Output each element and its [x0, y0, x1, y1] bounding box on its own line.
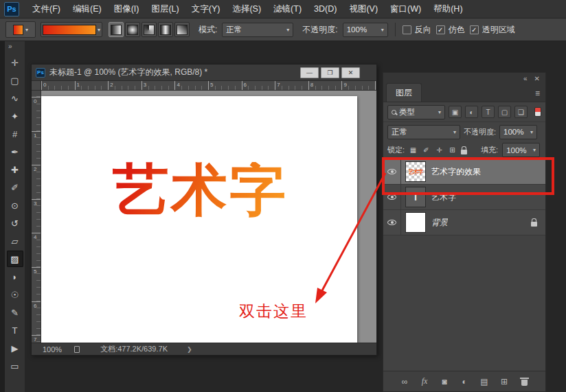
gradient-editor[interactable]: ▾	[41, 22, 102, 37]
layer-name: 艺术字的效果	[431, 166, 481, 178]
dodge-tool[interactable]: ☉	[7, 286, 23, 303]
gradient-tool[interactable]: ▨	[7, 251, 23, 267]
path-selection-tool[interactable]: ▶	[7, 340, 23, 356]
layer-thumbnail[interactable]	[405, 212, 426, 233]
new-layer-icon[interactable]: ⊞	[499, 377, 509, 387]
layer-row-1[interactable]: 艺术字艺术字的效果	[383, 159, 545, 185]
ruler-h-label: 6	[244, 82, 247, 88]
linear-gradient-button[interactable]	[109, 22, 124, 37]
history-brush-tool[interactable]: ↺	[7, 215, 23, 231]
adjustment-layer-icon[interactable]: ◐	[460, 377, 469, 387]
photoshop-app: Ps 文件(F)编辑(E)图像(I)图层(L)文字(Y)选择(S)滤镜(T)3D…	[0, 0, 566, 392]
vertical-ruler[interactable]: 01234567	[32, 91, 41, 343]
layer-style-icon[interactable]: fx	[420, 376, 429, 387]
lock-pixels-icon[interactable]: ✐	[422, 146, 431, 154]
close-button[interactable]: ✕	[341, 67, 360, 78]
lock-position-icon[interactable]: ✛	[435, 146, 444, 154]
dither-checkbox[interactable]: 仿色	[436, 24, 465, 36]
filter-shape-layers-icon[interactable]: ▢	[498, 106, 511, 118]
tab-layers[interactable]: 图层	[386, 83, 422, 102]
ruler-h-label: 0	[43, 82, 46, 88]
chevron-down-icon: ▾	[286, 27, 289, 33]
filter-pixel-layers-icon[interactable]: ▣	[449, 106, 462, 118]
fill-select[interactable]: 100% ▾	[502, 143, 540, 157]
file-icon[interactable]	[74, 346, 80, 353]
menu-bar: Ps 文件(F)编辑(E)图像(I)图层(L)文字(Y)选择(S)滤镜(T)3D…	[0, 0, 566, 19]
link-layers-icon[interactable]: ∞	[400, 377, 409, 387]
pen-tool[interactable]: ✎	[7, 304, 23, 321]
blur-tool[interactable]: ◗	[7, 268, 23, 285]
tool-preset-picker[interactable]: ▾	[5, 21, 36, 38]
add-layer-mask-icon[interactable]: ◙	[440, 377, 449, 387]
panel-menu-icon[interactable]: ≡	[535, 89, 540, 98]
menu-item-4[interactable]: 图层(L)	[145, 4, 185, 14]
new-group-icon[interactable]: ▤	[479, 377, 489, 387]
lock-artboard-icon[interactable]: ⊞	[448, 146, 457, 154]
marquee-tool[interactable]: ▢	[7, 72, 23, 89]
zoom-level[interactable]: 100%	[43, 345, 62, 354]
angle-gradient-button[interactable]	[142, 22, 157, 37]
lasso-tool[interactable]: ∿	[7, 90, 23, 106]
menu-item-6[interactable]: 选择(S)	[226, 4, 267, 14]
opacity-label: 不透明度:	[302, 24, 337, 36]
healing-brush-tool[interactable]: ✚	[7, 161, 23, 178]
menu-item-1[interactable]: 文件(F)	[26, 4, 67, 14]
eraser-tool[interactable]: ▱	[7, 233, 23, 249]
crop-tool[interactable]: #	[7, 126, 23, 142]
menu-item-11[interactable]: 帮助(H)	[427, 4, 468, 14]
filter-adjustment-layers-icon[interactable]: ◐	[465, 106, 478, 118]
transparency-checkbox[interactable]: 透明区域	[470, 24, 515, 36]
clone-stamp-tool[interactable]: ⊙	[7, 197, 23, 214]
brush-tool[interactable]: ✐	[7, 179, 23, 196]
chevron-down-icon[interactable]: ▾	[98, 27, 100, 33]
options-bar: ▾ ▾ 模式: 正常 ▾ 不透明度: 100% ▾ 反向	[0, 19, 566, 41]
lock-all-icon[interactable]	[461, 150, 467, 154]
filter-kind-select[interactable]: 类型 ▾	[387, 105, 445, 119]
quick-selection-tool[interactable]: ✦	[7, 108, 23, 124]
move-tool[interactable]: ✛	[7, 54, 23, 71]
menu-item-10[interactable]: 窗口(W)	[384, 4, 427, 14]
status-chevron-icon[interactable]: ❯	[187, 346, 192, 353]
layer-row-2[interactable]: T艺术字	[383, 185, 545, 210]
opacity-select[interactable]: 100% ▾	[343, 23, 388, 37]
menu-item-9[interactable]: 视图(V)	[343, 4, 384, 14]
layer-row-3[interactable]: 背景	[383, 210, 545, 235]
reflected-gradient-button[interactable]	[158, 22, 173, 37]
maximize-button[interactable]: ❐	[321, 67, 339, 78]
radial-gradient-button[interactable]	[125, 22, 140, 37]
layer-visibility-icon[interactable]	[383, 185, 401, 209]
horizontal-ruler[interactable]: 0123456789	[41, 81, 376, 91]
reverse-checkbox[interactable]: 反向	[403, 24, 431, 36]
blend-mode-select[interactable]: 正常 ▾	[387, 125, 460, 139]
layer-opacity-select[interactable]: 100% ▾	[499, 125, 537, 139]
diamond-gradient-button[interactable]	[174, 22, 190, 37]
filter-toggle[interactable]	[534, 107, 541, 117]
fill-label: 填充:	[481, 145, 498, 155]
document-titlebar[interactable]: Ps 未标题-1 @ 100% (艺术字的效果, RGB/8) * — ❐ ✕	[32, 65, 376, 81]
close-panel-icon[interactable]: ✕	[534, 75, 540, 82]
shape-tool[interactable]: ▭	[7, 358, 23, 374]
delete-layer-icon[interactable]	[519, 377, 529, 386]
eye-icon	[387, 220, 396, 225]
lock-transparency-icon[interactable]: ▦	[409, 146, 418, 154]
minimize-button[interactable]: —	[300, 67, 319, 78]
menu-item-5[interactable]: 文字(Y)	[185, 4, 227, 14]
layer-thumbnail[interactable]: T	[405, 187, 426, 207]
layer-thumbnail[interactable]: 艺术字	[405, 161, 426, 182]
ruler-origin[interactable]	[32, 81, 41, 91]
menu-item-3[interactable]: 图像(I)	[108, 4, 146, 14]
filter-smart-objects-icon[interactable]: ❏	[514, 106, 528, 118]
collapse-panels-icon[interactable]: «	[523, 75, 528, 82]
menu-item-2[interactable]: 编辑(E)	[67, 4, 108, 14]
mini-art-text: 艺术字	[409, 168, 423, 176]
type-tool[interactable]: T	[7, 322, 23, 338]
eyedropper-tool[interactable]: ✒	[7, 143, 23, 160]
collapse-toolbar-icon[interactable]: »	[5, 41, 25, 53]
filter-type-layers-icon[interactable]: T	[482, 106, 495, 118]
menu-item-7[interactable]: 滤镜(T)	[267, 4, 308, 14]
canvas[interactable]: 艺术字 双击这里	[41, 96, 357, 343]
mode-select[interactable]: 正常 ▾	[222, 23, 293, 37]
layer-visibility-icon[interactable]	[383, 210, 401, 235]
layer-visibility-icon[interactable]	[383, 159, 401, 184]
menu-item-8[interactable]: 3D(D)	[308, 4, 343, 14]
